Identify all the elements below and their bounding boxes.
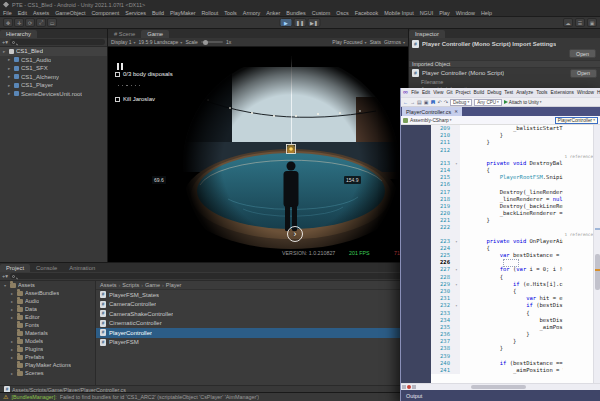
open-button[interactable]: Open <box>569 49 596 58</box>
folder-row[interactable]: ▸ Data <box>0 305 95 313</box>
scale-slider[interactable] <box>201 41 223 43</box>
game-viewport[interactable]: 0/3 body disposals Kill Jaroslav 69.6 15… <box>108 47 408 262</box>
line-number[interactable]: 241 <box>431 367 453 374</box>
folder-row[interactable]: ▾ Assets <box>0 281 95 289</box>
code-line[interactable]: 221 } <box>431 217 593 224</box>
stats-button[interactable]: Stats <box>370 39 381 45</box>
fold-marker-icon[interactable] <box>453 181 460 188</box>
output-panel-header[interactable]: Output <box>401 390 600 401</box>
fold-marker-icon[interactable] <box>453 224 460 231</box>
code-line[interactable]: 224 { <box>431 245 593 252</box>
line-number[interactable]: 221 <box>431 217 453 224</box>
breadcrumb-segment[interactable]: Scripts <box>119 282 140 288</box>
line-number[interactable]: 219 <box>431 203 453 210</box>
menu-item[interactable]: View <box>432 90 445 95</box>
fold-marker-icon[interactable]: ▾ <box>453 266 460 273</box>
code-line[interactable]: 235 _aimPosition = e.H <box>431 324 593 331</box>
tab-scene[interactable]: # Scene <box>108 30 141 38</box>
menu-item[interactable]: PlayMaker <box>167 10 198 16</box>
line-number[interactable]: 209 <box>431 125 453 132</box>
line-number[interactable]: 233 <box>431 310 453 317</box>
fold-marker-icon[interactable] <box>453 353 460 360</box>
line-number[interactable]: 237 <box>431 338 453 345</box>
code-line[interactable]: 209 _balisticStartTime = GameT <box>431 125 593 132</box>
fold-marker-icon[interactable] <box>453 317 460 324</box>
nav-forward-icon[interactable]: → <box>410 99 415 105</box>
code-line[interactable]: 229 ▾ if (e.Hits[i].collider.gam <box>431 281 593 288</box>
menu-item[interactable]: Oscs <box>333 10 351 16</box>
line-number[interactable]: 211 <box>431 139 453 146</box>
project-panel-tab[interactable]: Project <box>0 264 30 272</box>
menu-item[interactable]: Git <box>445 90 454 95</box>
open-file-icon[interactable]: ▣ <box>424 99 429 105</box>
menu-item[interactable]: Test <box>503 90 515 95</box>
hierarchy-item[interactable]: ▸ CS1_Alchemy <box>0 73 107 82</box>
menu-item[interactable]: NGUI <box>417 10 436 16</box>
tab-game[interactable]: Game <box>141 30 169 38</box>
menu-item[interactable]: Assets <box>30 10 52 16</box>
code-line[interactable]: 220 _backLineRenderer = null; <box>431 210 593 217</box>
expand-caret-icon[interactable]: ▸ <box>11 339 15 344</box>
hierarchy-item[interactable]: ▸ CS1_SFX <box>0 64 107 73</box>
menu-item[interactable]: File <box>410 90 421 95</box>
rect-tool-icon[interactable]: ▭ <box>47 18 57 27</box>
aspect-dropdown[interactable]: 19.5:9 Landscape <box>139 39 183 45</box>
expand-caret-icon[interactable]: ▸ <box>8 74 12 79</box>
line-number[interactable]: 238 <box>431 345 453 352</box>
create-menu-button[interactable]: +▾ <box>2 273 8 279</box>
fold-marker-icon[interactable] <box>453 217 460 224</box>
line-number[interactable]: 228 <box>431 274 453 281</box>
menu-item[interactable]: Custom <box>309 10 334 16</box>
menu-item[interactable]: Project <box>454 90 472 95</box>
line-number[interactable]: 216 <box>431 181 453 188</box>
expand-caret-icon[interactable]: ▸ <box>11 355 15 360</box>
platform-dropdown[interactable]: Any CPU <box>474 99 502 106</box>
fold-marker-icon[interactable] <box>453 274 460 281</box>
fold-marker-icon[interactable] <box>453 245 460 252</box>
line-number[interactable]: 225 <box>431 252 453 259</box>
line-number[interactable]: 215 <box>431 174 453 181</box>
expand-caret-icon[interactable]: ▸ <box>8 83 12 88</box>
folder-row[interactable]: PlayMaker Actions <box>0 361 95 369</box>
fold-marker-icon[interactable] <box>453 259 460 266</box>
hierarchy-item[interactable]: ▸ SceneDevicesUnit.root <box>0 90 107 99</box>
line-number[interactable]: 218 <box>431 196 453 203</box>
nav-back-icon[interactable]: ← <box>403 99 408 105</box>
expand-caret-icon[interactable]: ▸ <box>11 347 15 352</box>
display-dropdown[interactable]: Display 1 <box>111 39 136 45</box>
code-line[interactable]: 216 <box>431 181 593 188</box>
menu-item[interactable]: Build <box>472 90 486 95</box>
expand-caret-icon[interactable]: ▸ <box>8 91 12 96</box>
code-line[interactable]: 218 _lineRenderer = null; <box>431 196 593 203</box>
scale-tool-icon[interactable]: ⤢ <box>36 18 46 27</box>
line-number[interactable]: 229 <box>431 281 453 288</box>
code-line[interactable]: 228 { <box>431 274 593 281</box>
code-line[interactable]: 231 var hit = e.Hits[i]; <box>431 295 593 302</box>
fold-marker-icon[interactable]: ▾ <box>453 238 460 245</box>
line-number[interactable]: 231 <box>431 295 453 302</box>
line-number[interactable]: 220 <box>431 210 453 217</box>
menu-item[interactable]: Analyze <box>515 90 535 95</box>
line-number[interactable]: 213 <box>431 160 453 167</box>
folder-row[interactable]: ▸ Plugins <box>0 345 95 353</box>
line-number[interactable]: 239 <box>431 353 453 360</box>
line-number[interactable]: 217 <box>431 189 453 196</box>
undo-icon[interactable]: ↶ <box>437 99 441 105</box>
fold-marker-icon[interactable] <box>453 345 460 352</box>
new-file-icon[interactable]: ▤ <box>417 99 422 105</box>
vs-code-editor[interactable]: 209 _balisticStartTime = GameT 210 } <box>401 125 600 383</box>
code-line[interactable]: 236 } <box>431 331 593 338</box>
menu-item[interactable]: Play <box>436 10 453 16</box>
code-line[interactable]: 238 } <box>431 345 593 352</box>
code-line[interactable]: 212 <box>431 147 593 154</box>
line-number[interactable]: 235 <box>431 324 453 331</box>
breadcrumb-segment[interactable]: Assets <box>100 282 117 288</box>
tab-inspector[interactable]: Inspector <box>409 30 445 38</box>
menu-item[interactable]: Edit <box>15 10 30 16</box>
folder-row[interactable]: ▸ Editor <box>0 313 95 321</box>
code-line[interactable]: 230 { <box>431 288 593 295</box>
play-button[interactable]: ▶ <box>280 18 293 27</box>
line-number[interactable]: 212 <box>431 147 453 154</box>
cloud-icon[interactable]: ☁ <box>563 18 573 27</box>
code-line[interactable]: 239 <box>431 353 593 360</box>
